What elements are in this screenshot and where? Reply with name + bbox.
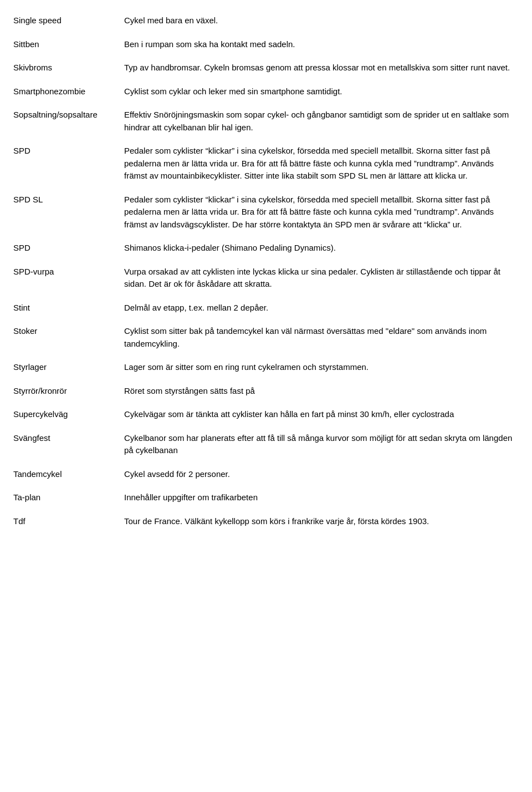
glossary-term: Smartphonezombie <box>13 82 124 106</box>
glossary-term: Tdf <box>13 512 124 536</box>
glossary-row: TdfTour de France. Välkänt kykellopp som… <box>13 512 519 536</box>
glossary-term: SPD <box>13 238 124 262</box>
glossary-definition: Tour de France. Välkänt kykellopp som kö… <box>124 512 519 536</box>
glossary-definition: Pedaler som cyklister “klickar” i sina c… <box>124 190 519 239</box>
glossary-row: SPD SLPedaler som cyklister “klickar” i … <box>13 190 519 239</box>
glossary-row: SvängfestCykelbanor som har planerats ef… <box>13 429 519 465</box>
glossary-term: Skivbroms <box>13 58 124 82</box>
glossary-term: Sittben <box>13 35 124 59</box>
glossary-term: Ta-plan <box>13 488 124 512</box>
glossary-definition: Ben i rumpan som ska ha kontakt med sade… <box>124 35 519 59</box>
glossary-table: Single speedCykel med bara en växel.Sitt… <box>13 11 519 535</box>
glossary-row: SPDShimanos klicka-i-pedaler (Shimano Pe… <box>13 238 519 262</box>
glossary-definition: Delmål av etapp, t.ex. mellan 2 depåer. <box>124 298 519 322</box>
glossary-term: Sopsaltning/sopsaltare <box>13 105 124 141</box>
glossary-term: Svängfest <box>13 429 124 465</box>
glossary-term: Stint <box>13 298 124 322</box>
glossary-term: SPD <box>13 141 124 190</box>
glossary-definition: Shimanos klicka-i-pedaler (Shimano Pedal… <box>124 238 519 262</box>
glossary-row: SupercykelvägCykelvägar som är tänkta at… <box>13 405 519 429</box>
glossary-definition: Effektiv Snöröjningsmaskin som sopar cyk… <box>124 105 519 141</box>
glossary-definition: Pedaler som cyklister “klickar” i sina c… <box>124 141 519 190</box>
glossary-term: Stoker <box>13 322 124 358</box>
glossary-term: Supercykelväg <box>13 405 124 429</box>
glossary-term: Styrrör/kronrör <box>13 382 124 405</box>
glossary-term: Styrlager <box>13 358 124 382</box>
glossary-term: Single speed <box>13 11 124 35</box>
glossary-row: StyrlagerLager som är sitter som en ring… <box>13 358 519 382</box>
glossary-definition: Röret som styrstången sätts fast på <box>124 382 519 405</box>
glossary-definition: Cykelvägar som är tänkta att cyklister k… <box>124 405 519 429</box>
glossary-row: TandemcykelCykel avsedd för 2 personer. <box>13 465 519 489</box>
glossary-definition: Typ av handbromsar. Cykeln bromsas genom… <box>124 58 519 82</box>
glossary-definition: Cykel med bara en växel. <box>124 11 519 35</box>
glossary-row: Sopsaltning/sopsaltareEffektiv Snöröjnin… <box>13 105 519 141</box>
glossary-term: Tandemcykel <box>13 465 124 489</box>
glossary-definition: Innehåller uppgifter om trafikarbeten <box>124 488 519 512</box>
glossary-definition: Lager som är sitter som en ring runt cyk… <box>124 358 519 382</box>
glossary-row: SkivbromsTyp av handbromsar. Cykeln brom… <box>13 58 519 82</box>
glossary-definition: Cykel avsedd för 2 personer. <box>124 465 519 489</box>
glossary-definition: Cyklist som cyklar och leker med sin sma… <box>124 82 519 106</box>
glossary-row: Single speedCykel med bara en växel. <box>13 11 519 35</box>
glossary-row: Styrrör/kronrörRöret som styrstången sät… <box>13 382 519 405</box>
glossary-row: SPDPedaler som cyklister “klickar” i sin… <box>13 141 519 190</box>
glossary-term: SPD-vurpa <box>13 262 124 298</box>
glossary-definition: Cyklist som sitter bak på tandemcykel ka… <box>124 322 519 358</box>
glossary-row: SmartphonezombieCyklist som cyklar och l… <box>13 82 519 106</box>
glossary-definition: Vurpa orsakad av att cyklisten inte lyck… <box>124 262 519 298</box>
glossary-row: SittbenBen i rumpan som ska ha kontakt m… <box>13 35 519 59</box>
glossary-row: StintDelmål av etapp, t.ex. mellan 2 dep… <box>13 298 519 322</box>
glossary-definition: Cykelbanor som har planerats efter att f… <box>124 429 519 465</box>
glossary-row: StokerCyklist som sitter bak på tandemcy… <box>13 322 519 358</box>
glossary-row: SPD-vurpaVurpa orsakad av att cyklisten … <box>13 262 519 298</box>
glossary-term: SPD SL <box>13 190 124 239</box>
glossary-row: Ta-planInnehåller uppgifter om trafikarb… <box>13 488 519 512</box>
